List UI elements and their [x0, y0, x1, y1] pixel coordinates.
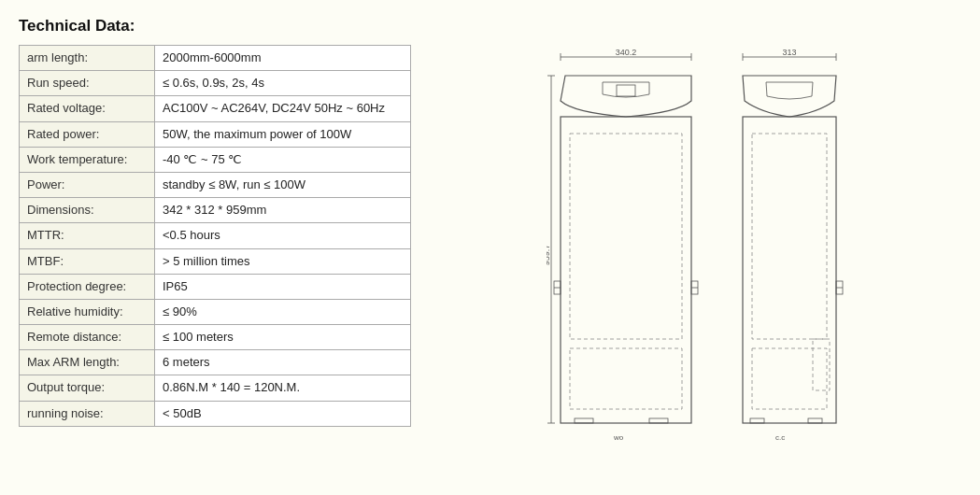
svg-rect-24 [752, 134, 827, 339]
row-value: 6 meters [155, 350, 411, 375]
row-label: arm length: [20, 46, 155, 71]
row-value: 342 * 312 * 959mm [155, 198, 411, 223]
diagram-section: 340.2 959.7 [439, 45, 961, 451]
row-label: running noise: [20, 401, 155, 426]
row-label: Relative humidity: [20, 299, 155, 324]
row-value: 2000mm-6000mm [155, 46, 411, 71]
row-label: Run speed: [20, 71, 155, 96]
row-label: Rated power: [20, 121, 155, 147]
row-label: Protection degree: [20, 274, 155, 299]
diagram-container: 340.2 959.7 [547, 50, 855, 451]
row-value: ≤ 90% [155, 299, 411, 324]
row-label: MTTR: [20, 223, 155, 248]
svg-rect-9 [561, 117, 691, 423]
row-label: MTBF: [20, 248, 155, 274]
table-row: Rated voltage:AC100V ~ AC264V, DC24V 50H… [20, 96, 411, 121]
row-label: Dimensions: [20, 198, 155, 223]
table-row: Remote distance:≤ 100 meters [20, 325, 411, 350]
row-label: Max ARM length: [20, 350, 155, 375]
table-row: Power: standby ≤ 8W, run ≤ 100W [20, 172, 411, 197]
table-row: Work temperature:-40 ℃ ~ 75 ℃ [20, 147, 411, 172]
table-section: arm length:2000mm-6000mmRun speed:≤ 0.6s… [19, 45, 411, 427]
svg-rect-23 [743, 117, 836, 423]
table-row: Relative humidity:≤ 90% [20, 299, 411, 324]
table-row: running noise:< 50dB [20, 401, 411, 426]
table-row: Dimensions:342 * 312 * 959mm [20, 198, 411, 223]
row-value: 0.86N.M * 140 = 120N.M. [155, 375, 411, 401]
svg-rect-8 [617, 85, 635, 96]
table-row: Rated power:50W, the maximum power of 10… [20, 121, 411, 147]
table-row: Max ARM length:6 meters [20, 350, 411, 375]
table-row: Output torque:0.86N.M * 140 = 120N.M. [20, 375, 411, 401]
table-row: MTTR:<0.5 hours [20, 223, 411, 248]
content-area: arm length:2000mm-6000mmRun speed:≤ 0.6s… [19, 45, 961, 451]
svg-text:wo: wo [613, 433, 624, 442]
row-label: Remote distance: [20, 325, 155, 350]
row-label: Power: [20, 172, 155, 197]
row-value: > 5 million times [155, 248, 411, 274]
svg-text:c.c: c.c [775, 433, 785, 442]
svg-rect-26 [752, 348, 827, 409]
technical-data-table: arm length:2000mm-6000mmRun speed:≤ 0.6s… [19, 45, 411, 427]
row-label: Output torque: [20, 375, 155, 401]
row-value: <0.5 hours [155, 223, 411, 248]
svg-rect-10 [570, 134, 682, 339]
svg-text:313: 313 [782, 50, 796, 57]
table-row: Run speed:≤ 0.6s, 0.9s, 2s, 4s [20, 71, 411, 96]
svg-rect-11 [570, 348, 682, 409]
svg-text:340.2: 340.2 [615, 50, 636, 57]
row-value: ≤ 0.6s, 0.9s, 2s, 4s [155, 71, 411, 96]
svg-rect-25 [813, 339, 830, 390]
front-diagram: 340.2 959.7 [547, 50, 710, 451]
row-value: < 50dB [155, 401, 411, 426]
svg-text:959.7: 959.7 [547, 245, 551, 266]
svg-rect-30 [808, 418, 822, 423]
row-value: AC100V ~ AC264V, DC24V 50Hz ~ 60Hz [155, 96, 411, 121]
row-value: IP65 [155, 274, 411, 299]
svg-rect-29 [750, 418, 764, 423]
row-label: Work temperature: [20, 147, 155, 172]
table-row: arm length:2000mm-6000mm [20, 46, 411, 71]
row-value: 50W, the maximum power of 100W [155, 121, 411, 147]
row-value: ≤ 100 meters [155, 325, 411, 350]
svg-rect-17 [649, 418, 668, 423]
side-diagram: 313 c.c [733, 50, 855, 451]
row-label: Rated voltage: [20, 96, 155, 121]
row-value: -40 ℃ ~ 75 ℃ [155, 147, 411, 172]
table-row: MTBF:> 5 million times [20, 248, 411, 274]
table-row: Protection degree:IP65 [20, 274, 411, 299]
page-title: Technical Data: [19, 17, 961, 35]
row-value: standby ≤ 8W, run ≤ 100W [155, 172, 411, 197]
svg-rect-16 [575, 418, 593, 423]
